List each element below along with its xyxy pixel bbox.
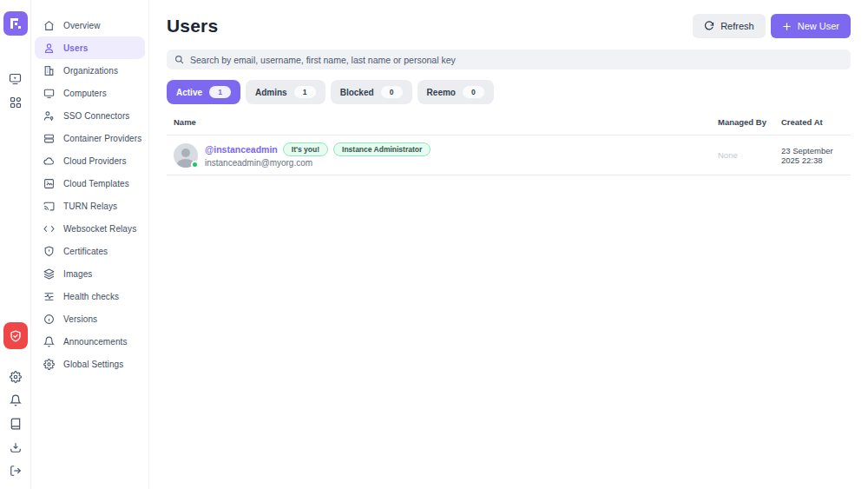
user-key-icon	[43, 110, 55, 122]
tab-admins[interactable]: Admins 1	[246, 80, 326, 104]
sidebar-item-health-checks[interactable]: Health checks	[35, 285, 145, 307]
sidebar-item-label: Overview	[63, 21, 100, 30]
app-logo[interactable]	[3, 11, 28, 36]
sidebar-item-label: SSO Connectors	[63, 111, 129, 121]
docs-book-icon[interactable]	[9, 417, 22, 430]
security-alert-button[interactable]	[3, 322, 28, 349]
sidebar-item-label: Versions	[63, 314, 97, 324]
new-user-button[interactable]: New User	[771, 14, 851, 38]
filter-tabs: Active 1 Admins 1 Blocked 0 Reemo 0	[167, 80, 851, 104]
tab-label: Active	[176, 88, 202, 97]
user-icon	[43, 43, 55, 54]
sidebar-item-global-settings[interactable]: Global Settings	[35, 353, 145, 375]
role-badge: Instance Administrator	[333, 142, 431, 156]
column-header-managed-by: Managed By	[718, 117, 781, 127]
tab-blocked[interactable]: Blocked 0	[331, 80, 412, 104]
tab-count-badge: 1	[294, 86, 316, 98]
sidebar-item-certificates[interactable]: Certificates	[35, 240, 145, 262]
sidebar-item-label: Certificates	[63, 247, 108, 256]
sidebar-item-overview[interactable]: Overview	[35, 14, 145, 36]
user-email: instanceadmin@myorg.com	[205, 158, 431, 168]
sidebar-item-label: Container Providers	[63, 134, 141, 143]
tab-count-badge: 1	[209, 86, 231, 98]
sidebar-item-label: Cloud Templates	[63, 179, 129, 188]
shield-check-icon	[10, 330, 22, 342]
column-header-name: Name	[167, 117, 718, 127]
sidebar-item-label: Organizations	[63, 66, 118, 76]
tab-label: Reemo	[427, 88, 456, 97]
created-at-value: 23 September 2025 22:38	[781, 146, 851, 165]
avatar	[174, 143, 198, 168]
tab-count-badge: 0	[463, 86, 484, 98]
refresh-button[interactable]: Refresh	[693, 14, 766, 38]
refresh-icon	[704, 21, 714, 31]
sidebar-item-organizations[interactable]: Organizations	[35, 59, 145, 82]
sidebar-item-versions[interactable]: Versions	[35, 307, 145, 330]
layers-icon	[43, 268, 55, 280]
download-tray-icon[interactable]	[9, 440, 22, 453]
image-box-icon	[43, 178, 55, 189]
sidebar-item-turn-relays[interactable]: TURN Relays	[35, 195, 145, 217]
sidebar-item-users[interactable]: Users	[35, 36, 145, 59]
code-brackets-icon	[43, 223, 55, 235]
new-user-label: New User	[798, 21, 839, 31]
sidebar-item-label: Users	[63, 43, 88, 53]
sidebar-item-label: TURN Relays	[63, 202, 117, 211]
main-content: Users Refresh New User Active 1	[149, 0, 868, 489]
screens-icon[interactable]	[9, 72, 22, 85]
sidebar-item-computers[interactable]: Computers	[35, 82, 145, 104]
plus-icon	[782, 22, 792, 31]
table-row[interactable]: @instanceadmin It's you! Instance Admini…	[167, 135, 851, 175]
activity-icon	[43, 291, 55, 302]
icon-rail	[0, 0, 31, 489]
sidebar-item-label: Websocket Relays	[63, 224, 136, 234]
page-title: Users	[167, 16, 218, 36]
sidebar-item-announcements[interactable]: Announcements	[35, 330, 145, 353]
cloud-icon	[43, 155, 55, 167]
logout-icon[interactable]	[9, 464, 22, 477]
home-icon	[43, 20, 55, 31]
tab-reemo[interactable]: Reemo 0	[418, 80, 494, 104]
page-header: Users Refresh New User	[167, 14, 851, 38]
info-icon	[43, 314, 55, 325]
user-name-cell: @instanceadmin It's you! Instance Admini…	[167, 142, 718, 168]
app-window: Overview Users Organizations Computers S	[0, 0, 868, 489]
building-icon	[43, 65, 55, 76]
its-you-badge: It's you!	[283, 142, 328, 156]
search-bar	[167, 50, 851, 69]
users-table: Name Managed By Created At @instanceadmi…	[167, 117, 851, 175]
column-header-created-at: Created At	[781, 117, 851, 127]
cast-icon	[43, 201, 55, 212]
sidebar-item-images[interactable]: Images	[35, 262, 145, 285]
sidebar-item-websocket-relays[interactable]: Websocket Relays	[35, 217, 145, 240]
username-link[interactable]: @instanceadmin	[205, 144, 278, 155]
sidebar-item-cloud-templates[interactable]: Cloud Templates	[35, 172, 145, 195]
sidebar-item-sso-connectors[interactable]: SSO Connectors	[35, 104, 145, 127]
managed-by-value: None	[718, 150, 781, 160]
tab-active[interactable]: Active 1	[167, 80, 240, 104]
settings-icon[interactable]	[9, 370, 22, 383]
tab-label: Blocked	[340, 88, 374, 97]
search-input[interactable]	[190, 55, 843, 65]
sidebar-item-container-providers[interactable]: Container Providers	[35, 127, 145, 149]
header-actions: Refresh New User	[693, 14, 851, 38]
tab-label: Admins	[255, 88, 287, 97]
search-icon	[174, 55, 184, 64]
server-icon	[43, 133, 55, 144]
logo-glyph	[9, 17, 23, 30]
sidebar-item-label: Cloud Providers	[63, 156, 127, 166]
sidebar-item-label: Global Settings	[63, 360, 123, 369]
sidebar-item-label: Health checks	[63, 292, 119, 301]
apps-grid-icon[interactable]	[9, 96, 22, 109]
table-header: Name Managed By Created At	[167, 117, 851, 135]
sidebar-item-label: Computers	[63, 89, 107, 98]
shield-icon	[43, 246, 55, 257]
notifications-bell-icon[interactable]	[9, 393, 22, 406]
bell-icon	[43, 336, 55, 347]
online-status-dot	[191, 161, 199, 169]
sidebar-nav: Overview Users Organizations Computers S	[31, 0, 149, 489]
sidebar-item-label: Images	[63, 269, 92, 279]
tab-count-badge: 0	[381, 86, 403, 98]
sidebar-item-label: Announcements	[63, 337, 128, 347]
sidebar-item-cloud-providers[interactable]: Cloud Providers	[35, 149, 145, 172]
